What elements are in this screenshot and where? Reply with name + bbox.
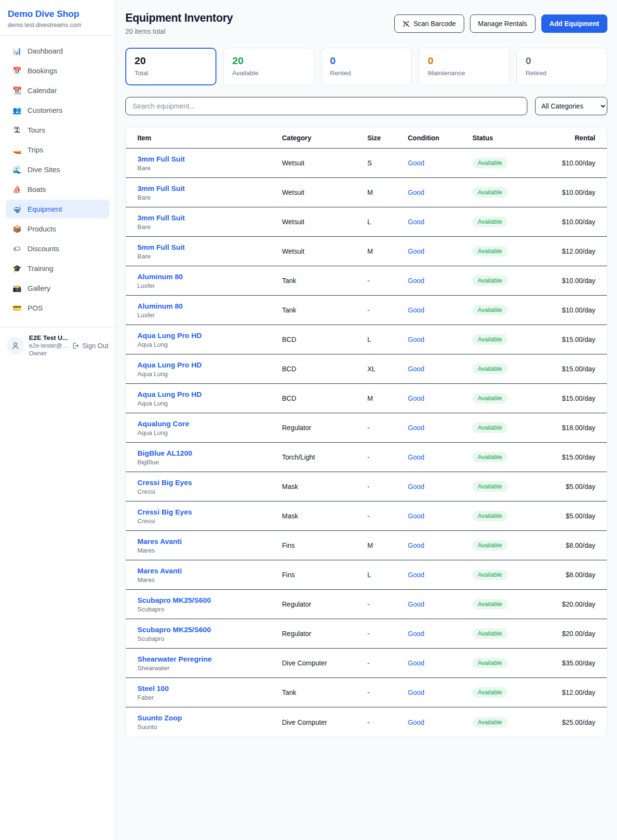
status-badge: Available xyxy=(472,364,508,374)
cell-item: Scubapro MK25/S600Scubapro xyxy=(137,625,282,642)
sidebar-item-bookings[interactable]: 📅Bookings xyxy=(6,61,109,80)
item-link[interactable]: Aqua Lung Pro HD xyxy=(137,361,201,369)
condition-link[interactable]: Good xyxy=(408,689,424,696)
table-row: Aqualung CoreAqua LungRegulator-GoodAvai… xyxy=(126,413,607,443)
condition-link[interactable]: Good xyxy=(408,218,424,226)
manage-rentals-button[interactable]: Manage Rentals xyxy=(470,14,536,33)
sidebar-item-equipment[interactable]: 🤿Equipment xyxy=(6,200,109,218)
brand-title[interactable]: Demo Dive Shop xyxy=(8,9,107,19)
item-link[interactable]: 3mm Full Suit xyxy=(137,155,185,163)
add-equipment-button[interactable]: Add Equipment xyxy=(541,14,607,33)
status-badge: Available xyxy=(472,305,508,315)
sidebar-item-label: Training xyxy=(27,264,54,272)
condition-link[interactable]: Good xyxy=(408,718,424,726)
item-link[interactable]: Aqualung Core xyxy=(137,420,189,428)
category-select[interactable]: All Categories xyxy=(535,97,607,115)
condition-link[interactable]: Good xyxy=(408,424,424,432)
condition-link[interactable]: Good xyxy=(408,189,424,196)
item-link[interactable]: Aqua Lung Pro HD xyxy=(137,390,201,398)
sidebar-item-calendar[interactable]: 📆Calendar xyxy=(6,81,109,100)
sign-out-button[interactable]: Sign Out xyxy=(72,342,108,350)
table-header-row: ItemCategorySizeConditionStatusRental xyxy=(126,127,607,149)
scan-barcode-button[interactable]: Scan Barcode xyxy=(394,14,464,33)
sidebar-item-trips[interactable]: 🚤Trips xyxy=(6,140,109,159)
cell-rental: $10.00/day xyxy=(562,218,595,226)
cell-status: Available xyxy=(472,658,550,668)
dashboard-icon: 📊 xyxy=(13,47,21,54)
stat-card-total[interactable]: 20Total xyxy=(125,48,216,85)
item-brand: Aqua Lung xyxy=(137,429,282,436)
item-brand: Suunto xyxy=(137,723,282,731)
condition-link[interactable]: Good xyxy=(408,306,424,314)
stat-label: Retired xyxy=(525,69,598,77)
cell-status: Available xyxy=(472,334,550,345)
condition-link[interactable]: Good xyxy=(408,159,424,167)
products-icon: 📦 xyxy=(13,225,21,232)
cell-rental: $12.00/day xyxy=(562,247,595,255)
item-link[interactable]: Aluminum 80 xyxy=(137,272,183,281)
item-link[interactable]: 3mm Full Suit xyxy=(137,184,185,192)
cell-category: Wetsuit xyxy=(282,189,367,196)
status-badge: Available xyxy=(472,717,508,728)
stat-card-retired[interactable]: 0Retired xyxy=(516,48,607,85)
condition-link[interactable]: Good xyxy=(408,277,424,285)
cell-size: - xyxy=(367,630,408,637)
item-link[interactable]: Steel 100 xyxy=(137,684,169,692)
sidebar-item-discounts[interactable]: 🏷Discounts xyxy=(6,239,109,258)
condition-link[interactable]: Good xyxy=(408,659,424,667)
item-brand: Faber xyxy=(137,694,282,701)
cell-status: Available xyxy=(472,687,550,698)
sidebar-item-gallery[interactable]: 📸Gallery xyxy=(6,279,109,298)
condition-link[interactable]: Good xyxy=(408,542,424,549)
cell-item: Steel 100Faber xyxy=(137,684,282,701)
item-brand: Aqua Lung xyxy=(137,370,282,378)
item-link[interactable]: Cressi Big Eyes xyxy=(137,508,192,516)
cell-category: Tank xyxy=(282,277,367,285)
stat-card-rented[interactable]: 0Rented xyxy=(321,48,412,85)
item-link[interactable]: Mares Avanti xyxy=(137,537,182,545)
sidebar-item-dashboard[interactable]: 📊Dashboard xyxy=(6,41,109,60)
sidebar-item-boats[interactable]: ⛵Boats xyxy=(6,180,109,199)
search-input[interactable] xyxy=(125,97,527,115)
sidebar-item-pos[interactable]: 💳POS xyxy=(6,298,109,317)
item-link[interactable]: Mares Avanti xyxy=(137,567,182,575)
item-link[interactable]: Suunto Zoop xyxy=(137,714,182,722)
condition-link[interactable]: Good xyxy=(408,512,424,520)
condition-link[interactable]: Good xyxy=(408,365,424,373)
sidebar-item-training[interactable]: 🎓Training xyxy=(6,259,109,278)
condition-link[interactable]: Good xyxy=(408,336,424,343)
stat-card-maintenance[interactable]: 0Maintenance xyxy=(418,48,510,85)
cell-item: 3mm Full SuitBare xyxy=(137,184,282,201)
condition-link[interactable]: Good xyxy=(408,600,424,608)
item-link[interactable]: Scubapro MK25/S600 xyxy=(137,625,211,634)
status-badge: Available xyxy=(472,275,508,286)
sidebar-item-dive-sites[interactable]: 🌊Dive Sites xyxy=(6,160,109,179)
condition-link[interactable]: Good xyxy=(408,483,424,490)
item-link[interactable]: BigBlue AL1200 xyxy=(137,449,192,457)
item-link[interactable]: Aluminum 80 xyxy=(137,302,183,310)
cell-category: Mask xyxy=(282,512,367,520)
item-link[interactable]: Aqua Lung Pro HD xyxy=(137,331,201,339)
item-link[interactable]: Cressi Big Eyes xyxy=(137,478,192,487)
sidebar-item-label: Trips xyxy=(27,146,43,154)
condition-link[interactable]: Good xyxy=(408,247,424,255)
item-link[interactable]: Shearwater Peregrine xyxy=(137,655,212,663)
status-badge: Available xyxy=(472,422,508,433)
cell-condition: Good xyxy=(408,453,472,461)
sidebar-item-customers[interactable]: 👥Customers xyxy=(6,101,109,120)
condition-link[interactable]: Good xyxy=(408,453,424,461)
stat-card-available[interactable]: 20Available xyxy=(223,48,314,85)
condition-link[interactable]: Good xyxy=(408,571,424,579)
condition-link[interactable]: Good xyxy=(408,394,424,402)
cell-item: Shearwater PeregrineShearwater xyxy=(137,655,282,672)
item-link[interactable]: 5mm Full Suit xyxy=(137,243,185,251)
cell-item: 3mm Full SuitBare xyxy=(137,155,282,172)
table-row: Steel 100FaberTank-GoodAvailable$12.00/d… xyxy=(126,678,607,707)
cell-size: - xyxy=(367,277,408,285)
condition-link[interactable]: Good xyxy=(408,630,424,637)
sidebar-item-products[interactable]: 📦Products xyxy=(6,219,109,238)
sidebar-item-tours[interactable]: 🏝Tours xyxy=(6,121,109,139)
item-link[interactable]: 3mm Full Suit xyxy=(137,214,185,222)
item-link[interactable]: Scubapro MK25/S600 xyxy=(137,596,211,604)
customers-icon: 👥 xyxy=(13,107,21,114)
